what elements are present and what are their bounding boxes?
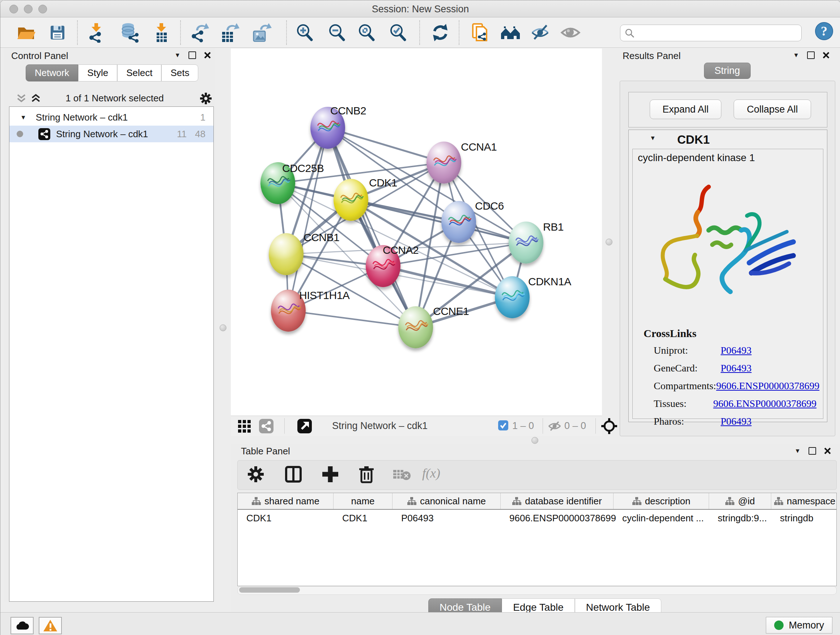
- float-panel-icon[interactable]: [807, 51, 815, 59]
- left-splitter-handle[interactable]: [219, 325, 226, 331]
- show-graphics-details-eye-icon[interactable]: [561, 22, 581, 43]
- grid-view-icon[interactable]: [237, 419, 251, 433]
- float-panel-icon[interactable]: [808, 447, 816, 455]
- tab-select[interactable]: Select: [117, 65, 161, 81]
- bottom-splitter-handle[interactable]: [531, 437, 538, 444]
- crosslink-row: Uniprot:P06493: [654, 345, 816, 356]
- table-options-gear-icon[interactable]: [246, 465, 265, 484]
- expand-all-networks-icon[interactable]: [31, 93, 42, 103]
- import-network-icon[interactable]: [87, 22, 107, 43]
- network-edge[interactable]: [288, 310, 416, 327]
- warning-icon: [43, 619, 58, 632]
- show-columns-icon[interactable]: [284, 465, 303, 484]
- refresh-icon[interactable]: [430, 22, 450, 43]
- collection-expand-icon[interactable]: ▼: [20, 114, 27, 120]
- column-header-canonical-name[interactable]: canonical name: [393, 493, 501, 509]
- node-navigator-crosshair-icon[interactable]: [601, 418, 617, 434]
- collapse-all-button[interactable]: Collapse All: [734, 100, 811, 119]
- network-share-view-icon[interactable]: [259, 419, 273, 433]
- zoom-out-icon[interactable]: [327, 22, 347, 43]
- crosslink-link[interactable]: P06493: [721, 345, 752, 356]
- network-node-ccnb1[interactable]: [269, 233, 303, 275]
- crosslink-link[interactable]: 9606.ENSP00000378699: [716, 380, 819, 392]
- close-panel-icon[interactable]: [824, 448, 831, 454]
- network-node-cdc6[interactable]: [441, 201, 476, 243]
- table-cell[interactable]: stringdb: [771, 510, 837, 526]
- table-cell[interactable]: P06493: [393, 510, 501, 526]
- close-panel-icon[interactable]: [823, 52, 829, 59]
- export-network-icon[interactable]: [189, 22, 210, 43]
- tab-style[interactable]: Style: [78, 65, 117, 81]
- import-table-icon[interactable]: [152, 22, 172, 43]
- save-session-icon[interactable]: [47, 22, 68, 43]
- export-image-icon[interactable]: [251, 22, 272, 43]
- add-column-plus-icon[interactable]: [321, 465, 340, 484]
- table-cell[interactable]: stringdb:9...: [709, 510, 771, 526]
- crosslink-link[interactable]: P06493: [721, 416, 752, 427]
- network-view-toolbar: String Network – cdk1 1 – 0 0 – 0: [231, 416, 602, 436]
- table-cell[interactable]: 9606.ENSP00000378699: [501, 510, 614, 526]
- right-splitter-handle[interactable]: [606, 239, 613, 245]
- network-node-ccna1[interactable]: [426, 141, 461, 184]
- column-header-label: shared name: [264, 496, 319, 507]
- node-label-cdk1: CDK1: [369, 177, 397, 189]
- open-in-new-window-icon[interactable]: [297, 419, 312, 433]
- collapse-panel-icon[interactable]: ▼: [174, 52, 180, 58]
- column-header-@id[interactable]: @id: [709, 493, 771, 509]
- selected-count: 1 – 0: [512, 420, 534, 432]
- network-collection-row[interactable]: ▼ String Network – cdk1 1: [9, 109, 213, 126]
- cloud-button[interactable]: [11, 617, 34, 634]
- node-label-ccnb2: CCNB2: [330, 105, 366, 117]
- network-options-gear-icon[interactable]: [199, 92, 212, 105]
- network-node-cdkn1a[interactable]: [495, 276, 530, 318]
- crosslink-link[interactable]: P06493: [721, 363, 752, 374]
- import-network-from-database-icon[interactable]: [119, 22, 140, 43]
- crosslink-link[interactable]: 9606.ENSP00000378699: [714, 398, 816, 409]
- column-header-name[interactable]: name: [333, 493, 393, 509]
- collapse-panel-icon[interactable]: ▼: [793, 52, 799, 58]
- collapse-panel-icon[interactable]: ▼: [794, 448, 801, 454]
- collapse-all-networks-icon[interactable]: [16, 93, 27, 103]
- table-cell[interactable]: CDK1: [238, 510, 333, 526]
- column-header-description[interactable]: description: [614, 493, 709, 509]
- table-cell[interactable]: CDK1: [333, 510, 393, 526]
- table-cell[interactable]: cyclin-dependent ...: [614, 510, 709, 526]
- float-panel-icon[interactable]: [188, 51, 196, 59]
- delete-column-trash-icon[interactable]: [357, 465, 376, 484]
- close-panel-icon[interactable]: [204, 52, 211, 59]
- network-edge[interactable]: [288, 128, 328, 310]
- zoom-fit-icon[interactable]: [356, 22, 377, 43]
- gene-entry-header[interactable]: ▼ CDK1: [629, 130, 827, 148]
- expand-all-button[interactable]: Expand All: [650, 100, 722, 119]
- duplicate-network-icon[interactable]: [470, 22, 490, 43]
- network-canvas[interactable]: CCNB2CCNA1CDC25BCDK1CDC6RB1CCNB1CCNA2CDK…: [231, 49, 602, 416]
- help-button[interactable]: ?: [814, 21, 834, 41]
- export-table-icon[interactable]: [219, 22, 240, 43]
- warnings-button[interactable]: [39, 617, 62, 634]
- selected-checkbox[interactable]: [498, 420, 508, 432]
- column-header-database-identifier[interactable]: database identifier: [501, 493, 614, 509]
- hide-selected-eye-slash-icon[interactable]: [530, 22, 550, 43]
- tab-sets[interactable]: Sets: [161, 65, 198, 81]
- zoom-selected-icon[interactable]: [388, 22, 408, 43]
- network-row-selected[interactable]: String Network – cdk1 11 48: [9, 126, 213, 142]
- entry-expand-icon[interactable]: ▼: [650, 135, 656, 141]
- table-panel: Table Panel ▼ f(x) shared namenamecanoni…: [231, 444, 840, 612]
- horizontal-scrollbar[interactable]: [237, 586, 837, 595]
- table-row[interactable]: CDK1CDK1P064939606.ENSP00000378699cyclin…: [238, 510, 836, 526]
- network-node-rb1[interactable]: [508, 222, 543, 264]
- open-session-icon[interactable]: [16, 22, 36, 43]
- column-header-namespace[interactable]: namespace: [771, 493, 837, 509]
- crosslinks-title: CrossLinks: [644, 327, 696, 340]
- application-window: Session: New Session: [0, 0, 840, 635]
- tab-network[interactable]: Network: [26, 65, 78, 81]
- column-header-shared-name[interactable]: shared name: [238, 493, 333, 509]
- scrollbar-thumb[interactable]: [239, 587, 300, 593]
- tab-string[interactable]: String: [704, 63, 751, 79]
- zoom-in-icon[interactable]: [294, 22, 315, 43]
- search-input[interactable]: [620, 25, 802, 41]
- network-node-ccne1[interactable]: [398, 306, 433, 348]
- memory-button[interactable]: Memory: [766, 617, 832, 633]
- network-node-cdk1[interactable]: [333, 179, 368, 221]
- first-neighbors-icon[interactable]: [500, 22, 521, 43]
